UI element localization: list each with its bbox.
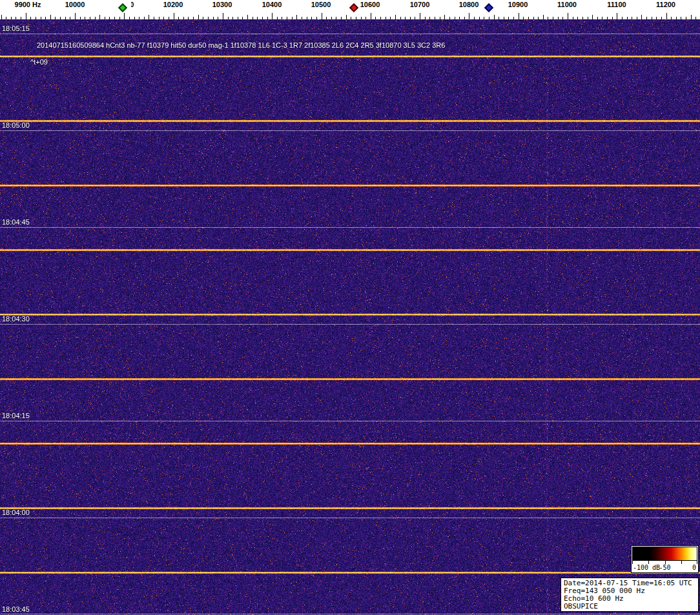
time-label-18-05-15: 18:05:15	[2, 25, 30, 32]
time-label-18-04-45: 18:04:45	[2, 218, 30, 226]
freq-label-10700: 10700	[410, 1, 430, 8]
time-label-18-04-00: 18:04:00	[2, 509, 30, 516]
spectrogram-area: 18:05:1518:05:0018:04:4518:04:3018:04:15…	[0, 19, 700, 615]
info-box: Date=2014-07-15 Time=16:05 UTC Freq=143 …	[561, 578, 699, 612]
frequency-tick-canvas	[0, 11, 700, 19]
freq-label-10000: 10000	[65, 1, 85, 8]
legend-label-max: 0	[692, 564, 696, 571]
info-line-station: OBSUPICE	[564, 603, 698, 610]
legend-label-min: -100 dB	[633, 564, 660, 571]
freq-label-10600: 10600	[360, 1, 380, 8]
freq-label-11200: 11200	[656, 1, 675, 8]
freq-label-9900-hz: 9900 Hz	[15, 1, 41, 8]
freq-label-10500: 10500	[311, 1, 331, 8]
time-label-18-04-15: 18:04:15	[2, 412, 30, 419]
freq-label-11000: 11000	[557, 1, 577, 8]
freq-label-11100: 11100	[607, 1, 626, 8]
freq-label-10900: 10900	[508, 1, 528, 8]
freq-label-10800: 10800	[459, 1, 479, 8]
frequency-ruler: 9900 Hz100001010010200103001040010500106…	[0, 0, 700, 19]
freq-label-10200: 10200	[163, 1, 183, 8]
freq-label-10300: 10300	[212, 1, 232, 8]
legend-labels: -100 dB -50 0	[632, 564, 697, 572]
color-scale-legend: -100 dB -50 0	[631, 545, 699, 573]
event-annotation-line1: 20140715160509864 hCnt3 nb-77 f10379 hit…	[37, 41, 445, 49]
meteor-waterfall-app: 9900 Hz100001010010200103001040010500106…	[0, 0, 700, 615]
freq-label-10400: 10400	[262, 1, 282, 8]
spectrogram-canvas[interactable]	[0, 19, 700, 615]
color-gradient-bar	[632, 547, 697, 561]
time-label-18-05-00: 18:05:00	[2, 121, 30, 129]
time-label-18-04-30: 18:04:30	[2, 315, 30, 323]
event-annotation-line2: ^t+09	[30, 58, 48, 66]
time-label-18-03-45: 18:03:45	[2, 605, 30, 613]
legend-label-mid: -50	[659, 564, 670, 571]
